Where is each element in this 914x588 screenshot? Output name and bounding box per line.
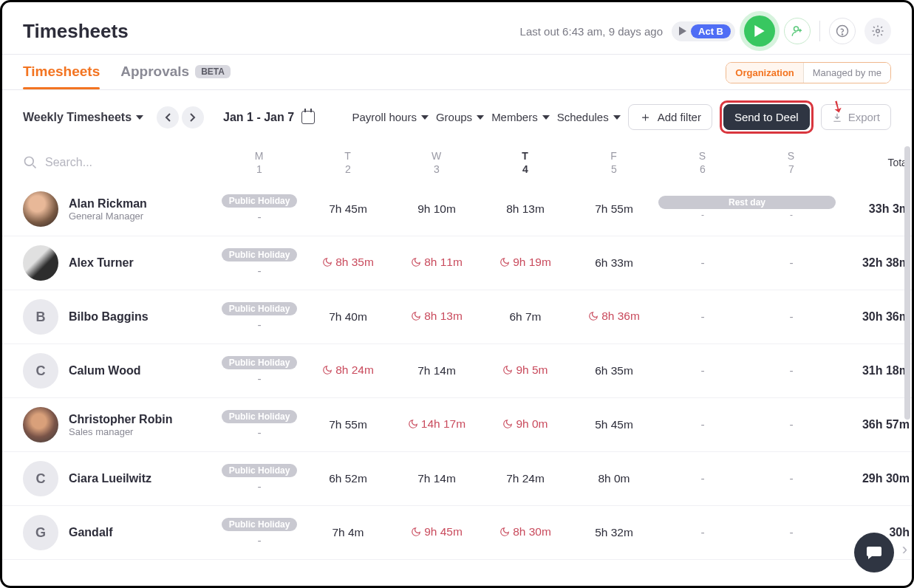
scrollbar[interactable] xyxy=(904,146,910,420)
time-cell[interactable]: 8h 36m xyxy=(570,310,658,324)
filter-label: Schedules xyxy=(557,111,609,123)
time-cell[interactable]: - xyxy=(747,472,836,485)
time-cell[interactable]: - xyxy=(747,418,836,431)
export-label: Export xyxy=(848,111,880,123)
time-cell[interactable]: 8h 13m xyxy=(392,310,481,324)
time-cell[interactable]: - xyxy=(747,310,836,324)
rows-container: Alan RickmanGeneral ManagerPublic Holida… xyxy=(2,182,912,560)
tab-approvals[interactable]: Approvals BETA xyxy=(120,64,231,89)
time-cell[interactable]: 5h 32m xyxy=(570,526,658,539)
time-cell[interactable]: Public Holiday- xyxy=(215,518,304,547)
time-cell[interactable]: - xyxy=(747,526,836,539)
settings-icon[interactable] xyxy=(864,18,891,44)
row-total: 33h 3m xyxy=(836,202,910,216)
help-icon[interactable] xyxy=(829,18,856,44)
time-cell[interactable]: 8h 0m xyxy=(570,472,658,485)
time-cell[interactable]: 8h 30m xyxy=(481,525,570,540)
chat-widget[interactable] xyxy=(854,533,894,572)
time-cell[interactable]: Public Holiday- xyxy=(215,464,304,493)
time-value: 7h 14m xyxy=(417,364,456,377)
play-button[interactable] xyxy=(744,16,775,47)
time-cell[interactable]: Public Holiday- xyxy=(215,410,304,440)
next-week-button[interactable] xyxy=(182,106,204,129)
time-cell[interactable]: 6h 35m xyxy=(570,364,658,377)
tab-timesheets[interactable]: Timesheets xyxy=(23,64,100,89)
search-input[interactable] xyxy=(45,156,163,169)
view-dropdown[interactable]: Weekly Timesheets xyxy=(23,111,143,124)
scope-managed[interactable]: Managed by me xyxy=(803,63,890,83)
time-cell[interactable]: - xyxy=(658,418,747,431)
members-dropdown[interactable]: Members xyxy=(491,111,550,123)
time-cell[interactable]: - xyxy=(658,310,747,324)
page-title: Timesheets xyxy=(23,20,129,43)
rest-day-badge: Rest day-- xyxy=(658,194,836,225)
time-cell[interactable]: 7h 4m xyxy=(304,526,392,539)
time-cell[interactable]: - xyxy=(658,364,747,377)
annotation-highlight: Send to Deel xyxy=(720,100,814,134)
send-to-deel-button[interactable]: Send to Deel xyxy=(723,104,810,130)
time-cell[interactable]: 7h 24m xyxy=(481,472,570,485)
table-row[interactable]: Christopher RobinSales managerPublic Hol… xyxy=(2,398,912,452)
time-value: - xyxy=(700,256,704,269)
time-cell[interactable]: 7h 14m xyxy=(392,472,481,485)
schedules-dropdown[interactable]: Schedules xyxy=(557,111,621,123)
table-row[interactable]: CCalum WoodPublic Holiday- 8h 24m7h 14m … xyxy=(2,344,912,398)
table-row[interactable]: Alan RickmanGeneral ManagerPublic Holida… xyxy=(2,182,912,236)
time-cell[interactable]: 7h 14m xyxy=(392,364,481,377)
time-cell[interactable]: 8h 35m xyxy=(304,256,392,270)
time-cell[interactable]: Public Holiday- xyxy=(215,194,304,224)
time-cell[interactable]: 7h 55m xyxy=(570,202,658,216)
time-value-flagged: 8h 36m xyxy=(588,310,640,323)
member-name: Bilbo Baggins xyxy=(69,310,149,324)
time-cell[interactable]: Public Holiday- xyxy=(215,302,304,332)
time-cell[interactable]: - xyxy=(658,472,747,485)
time-cell[interactable]: 9h 19m xyxy=(481,256,570,270)
row-total: 29h 30m xyxy=(836,472,910,485)
time-cell[interactable]: 5h 45m xyxy=(570,418,658,431)
time-cell[interactable]: 6h 7m xyxy=(481,310,570,324)
day-header: S7 xyxy=(747,150,836,175)
day-header: T2 xyxy=(304,150,392,175)
groups-dropdown[interactable]: Groups xyxy=(436,111,484,123)
time-cell[interactable]: 7h 40m xyxy=(304,310,392,324)
scope-organization[interactable]: Organization xyxy=(726,63,802,83)
time-cell[interactable]: - xyxy=(658,526,747,539)
table-row[interactable]: GGandalfPublic Holiday-7h 4m 9h 45m 8h 3… xyxy=(2,506,912,560)
time-cell[interactable]: - xyxy=(747,256,836,270)
scroll-right-arrow[interactable]: › xyxy=(902,540,907,559)
time-cell[interactable]: Public Holiday- xyxy=(215,248,304,278)
time-cell[interactable]: 9h 45m xyxy=(392,525,481,540)
time-cell[interactable]: - xyxy=(747,364,836,377)
prev-week-button[interactable] xyxy=(157,106,179,129)
time-value: - xyxy=(700,418,704,431)
time-value-flagged: 9h 5m xyxy=(502,363,548,377)
table-row[interactable]: BBilbo BagginsPublic Holiday-7h 40m 8h 1… xyxy=(2,290,912,344)
search-icon xyxy=(23,155,38,170)
time-value: - xyxy=(257,264,261,278)
member-role: Sales manager xyxy=(69,426,172,437)
time-cell[interactable]: 8h 24m xyxy=(304,363,392,378)
time-cell[interactable]: 9h 0m xyxy=(481,417,570,432)
time-cell[interactable]: 6h 52m xyxy=(304,472,392,485)
table-row[interactable]: Alex TurnerPublic Holiday- 8h 35m 8h 11m… xyxy=(2,236,912,290)
public-holiday-badge: Public Holiday xyxy=(222,410,298,423)
time-cell[interactable]: 7h 55m xyxy=(304,418,392,431)
time-cell[interactable]: 8h 11m xyxy=(392,256,481,270)
time-cell[interactable]: 14h 17m xyxy=(392,417,481,432)
payroll-dropdown[interactable]: Payroll hours xyxy=(352,111,429,123)
date-range[interactable]: Jan 1 - Jan 7 xyxy=(223,111,315,124)
time-cell[interactable]: - xyxy=(658,256,747,270)
time-cell[interactable]: 6h 33m xyxy=(570,256,658,270)
avatar: B xyxy=(23,299,58,335)
user-add-icon[interactable] xyxy=(784,18,811,44)
time-cell[interactable]: 7h 45m xyxy=(304,202,392,216)
time-cell[interactable]: 8h 13m xyxy=(481,202,570,216)
time-cell[interactable]: 9h 10m xyxy=(392,202,481,216)
plus-icon: ＋ xyxy=(639,111,652,123)
time-cell[interactable]: 9h 5m xyxy=(481,363,570,378)
export-button[interactable]: Export xyxy=(821,104,891,130)
table-row[interactable]: CCiara LueilwitzPublic Holiday-6h 52m7h … xyxy=(2,452,912,506)
time-cell[interactable]: Public Holiday- xyxy=(215,356,304,386)
add-filter-button[interactable]: ＋ Add filter xyxy=(628,104,712,130)
activity-pill[interactable]: Act B xyxy=(672,21,735,41)
